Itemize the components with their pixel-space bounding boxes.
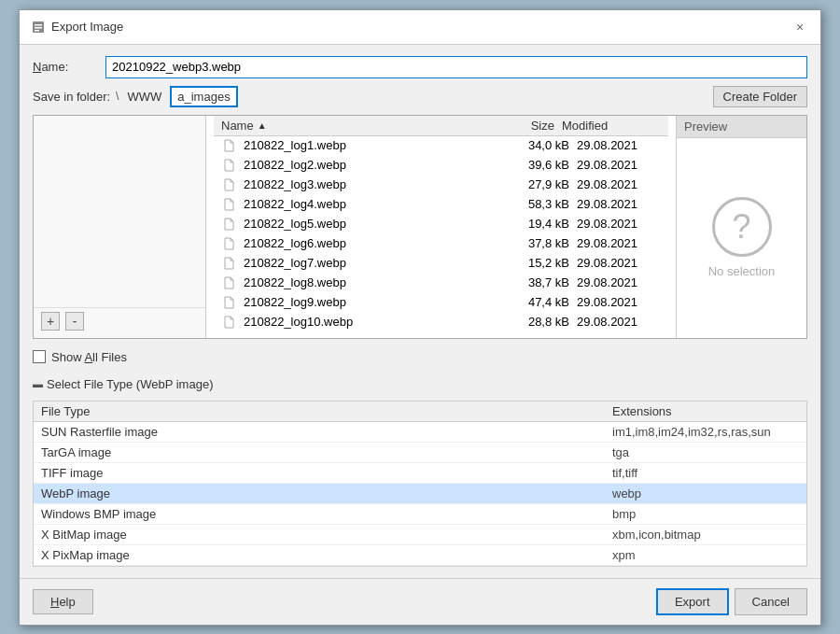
file-row[interactable]: 210822_log4.webp 58,3 kB 29.08.2021 xyxy=(214,195,668,215)
file-rows-container: 210822_log1.webp 34,0 kB 29.08.2021 2108… xyxy=(214,136,668,332)
dialog-title: Export Image xyxy=(51,20,123,34)
help-button[interactable]: Help xyxy=(33,589,93,614)
file-icon xyxy=(221,275,236,290)
file-icon xyxy=(221,177,236,192)
file-row[interactable]: 210822_log8.webp 38,7 kB 29.08.2021 xyxy=(214,274,668,293)
preview-header: Preview xyxy=(677,116,806,138)
show-all-label: Show All Files xyxy=(51,350,127,364)
file-type-row[interactable]: TIFF image tif,tiff xyxy=(34,463,806,484)
file-row[interactable]: 210822_log1.webp 34,0 kB 29.08.2021 xyxy=(214,136,668,156)
file-row[interactable]: 210822_log6.webp 37,8 kB 29.08.2021 xyxy=(214,234,668,254)
file-row[interactable]: 210822_log7.webp 15,2 kB 29.08.2021 xyxy=(214,254,668,274)
file-type-row[interactable]: X BitMap image xbm,icon,bitmap xyxy=(34,525,806,545)
left-panel-content xyxy=(34,116,205,307)
preview-no-selection-icon: ? xyxy=(712,197,772,257)
add-location-button[interactable]: + xyxy=(41,312,60,331)
file-list-header: Name ▲ Size Modified xyxy=(214,116,668,136)
file-row[interactable]: 210822_log10.webp 28,8 kB 29.08.2021 xyxy=(214,313,668,332)
sort-arrow-icon: ▲ xyxy=(258,120,267,131)
file-type-row[interactable]: WebP image webp xyxy=(34,484,806,504)
file-type-row[interactable]: TarGA image tga xyxy=(34,443,806,463)
file-row[interactable]: 210822_log9.webp 47,4 kB 29.08.2021 xyxy=(214,293,668,313)
export-image-dialog: Export Image × Name: Save in folder: \ W… xyxy=(19,9,821,626)
file-icon xyxy=(221,236,236,251)
preview-no-selection-text: No selection xyxy=(708,264,776,278)
name-label: Name: xyxy=(33,60,98,74)
show-all-row: Show All Files xyxy=(33,346,807,368)
show-all-checkbox[interactable] xyxy=(33,350,46,363)
file-icon xyxy=(221,217,236,232)
name-row: Name: xyxy=(33,56,807,78)
file-row[interactable]: 210822_log3.webp 27,9 kB 29.08.2021 xyxy=(214,176,668,195)
cancel-button[interactable]: Cancel xyxy=(735,588,807,615)
preview-panel: Preview ? No selection xyxy=(676,116,806,338)
file-type-header: File Type Extensions xyxy=(34,402,806,422)
select-file-type-header[interactable]: ▬ Select File Type (WebP image) xyxy=(33,375,807,393)
title-bar-left: Export Image xyxy=(31,20,123,35)
main-area: + - Name ▲ Size Modified xyxy=(33,115,807,339)
action-buttons: Export Cancel xyxy=(656,588,807,615)
ft-col-type-header: File Type xyxy=(41,404,612,418)
breadcrumb: \ WWW a_images xyxy=(116,86,707,107)
svg-rect-2 xyxy=(35,27,42,29)
svg-rect-1 xyxy=(35,24,42,26)
file-type-row[interactable]: Windows BMP image bmp xyxy=(34,504,806,525)
file-row[interactable]: 210822_log2.webp 39,6 kB 29.08.2021 xyxy=(214,156,668,176)
file-icon xyxy=(221,256,236,271)
file-row[interactable]: 210822_log5.webp 19,4 kB 29.08.2021 xyxy=(214,215,668,234)
file-icon xyxy=(221,295,236,310)
create-folder-button[interactable]: Create Folder xyxy=(713,86,807,107)
dialog-content: Name: Save in folder: \ WWW a_images Cre… xyxy=(20,45,820,578)
folder-label: Save in folder: xyxy=(33,90,110,104)
file-icon xyxy=(221,158,236,173)
column-name[interactable]: Name ▲ xyxy=(221,119,492,133)
title-bar: Export Image × xyxy=(20,10,820,45)
file-type-table: File Type Extensions SUN Rasterfile imag… xyxy=(33,401,807,567)
close-button[interactable]: × xyxy=(791,18,809,36)
folder-row: Save in folder: \ WWW a_images Create Fo… xyxy=(33,86,807,107)
breadcrumb-a-images[interactable]: a_images xyxy=(170,86,237,107)
file-type-row[interactable]: X PixMap image xpm xyxy=(34,545,806,566)
svg-rect-3 xyxy=(35,30,39,32)
remove-location-button[interactable]: - xyxy=(65,312,84,331)
breadcrumb-sep: \ xyxy=(116,90,119,103)
export-button[interactable]: Export xyxy=(656,588,729,615)
file-type-row[interactable]: SUN Rasterfile image im1,im8,im24,im32,r… xyxy=(34,422,806,443)
breadcrumb-www[interactable]: WWW xyxy=(120,87,168,106)
bottom-bar: Help Export Cancel xyxy=(20,578,820,625)
column-modified[interactable]: Modified xyxy=(562,119,646,133)
ft-rows-container: SUN Rasterfile image im1,im8,im24,im32,r… xyxy=(34,422,806,566)
select-file-type-label: Select File Type (WebP image) xyxy=(47,377,213,391)
file-icon xyxy=(221,315,236,330)
left-panel: + - xyxy=(34,116,206,338)
collapse-icon: ▬ xyxy=(33,378,43,389)
left-panel-actions: + - xyxy=(34,307,205,334)
file-icon xyxy=(221,138,236,153)
dialog-icon xyxy=(31,20,46,35)
filename-input[interactable] xyxy=(105,56,807,78)
file-icon xyxy=(221,197,236,212)
preview-content: ? No selection xyxy=(677,138,806,338)
file-list: Name ▲ Size Modified 210822_log1.webp 34… xyxy=(214,116,668,338)
column-size[interactable]: Size xyxy=(492,119,562,133)
ft-col-ext-header: Extensions xyxy=(612,404,799,418)
